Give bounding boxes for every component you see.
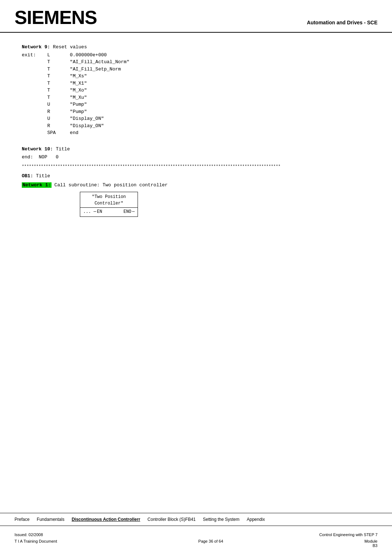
- code-line: R "Display_ON": [22, 122, 370, 130]
- code-line: U "Pump": [22, 101, 370, 108]
- network1-title: Call subroutine: Two position controller: [54, 182, 168, 188]
- code-line: T "M_Xu": [22, 94, 370, 101]
- footer-nav-appendix[interactable]: Appendix: [247, 517, 265, 522]
- footer-copyright: Control Engineering with STEP 7: [319, 532, 377, 537]
- footer-nav-discontinuous[interactable]: Discontinuous Action Controllerr: [72, 517, 140, 522]
- code-line: end: NOP 0: [22, 154, 370, 161]
- footer-nav-setting-system[interactable]: Setting the System: [203, 517, 240, 522]
- code-line: exit: L 0.000000e+000: [22, 52, 370, 59]
- footer-nav-preface[interactable]: Preface: [15, 517, 29, 522]
- code-line: R "Pump": [22, 108, 370, 116]
- fb-title-line2: Controller": [94, 201, 123, 206]
- fb-title-line1: "Two Position: [92, 194, 126, 199]
- code-line: T "AI_Fill_Setp_Norm: [22, 66, 370, 73]
- ob1-title: Title: [36, 173, 50, 179]
- network10-title: Title: [56, 146, 70, 152]
- function-block-diagram: "Two Position Controller" ... — EN ENO —: [22, 192, 370, 217]
- footer-training-doc: T I A Training Document: [15, 539, 57, 543]
- eno-pin: ENO: [123, 208, 131, 215]
- ob1-header: OB1: Title: [22, 173, 370, 180]
- header-subtitle: Automation and Drives - SCE: [307, 20, 377, 28]
- network10-label: Network 10:: [22, 146, 53, 152]
- siemens-logo: SIEMENS: [15, 7, 97, 28]
- network1-header: Network 1: Call subroutine: Two position…: [22, 182, 370, 189]
- code-line: U "Display_ON": [22, 115, 370, 122]
- en-pin: EN: [97, 208, 102, 215]
- network10-header: Network 10: Title: [22, 146, 370, 153]
- network9-label: Network 9:: [22, 44, 50, 50]
- code-line: T "M_Xs": [22, 73, 370, 80]
- network9-header: Network 9: Reset values: [22, 44, 370, 51]
- footer-nav: Preface Fundamentals Discontinuous Actio…: [0, 513, 392, 526]
- right-wire: —: [132, 208, 135, 215]
- footer-nav-controller-block[interactable]: Controller Block (S)FB41: [147, 517, 196, 522]
- network9-title: Reset values: [53, 44, 87, 50]
- code-line: T "M_Xo": [22, 87, 370, 94]
- code-line: T "AI_Fill_Actual_Norm": [22, 58, 370, 66]
- separator-line: ****************************************…: [22, 163, 370, 170]
- code-block: Network 9: Reset values exit: L 0.000000…: [22, 44, 370, 217]
- footer-page-number: Page 36 of 64: [198, 539, 223, 543]
- page-header: SIEMENS Automation and Drives - SCE: [0, 0, 392, 33]
- footer-nav-fundamentals[interactable]: Fundamentals: [37, 517, 64, 522]
- footer-bottom: T I A Training Document Page 36 of 64 Mo…: [0, 539, 392, 548]
- main-content: Network 9: Reset values exit: L 0.000000…: [0, 40, 392, 217]
- ob1-label: OB1:: [22, 173, 33, 179]
- footer-module: ModuleB3: [364, 539, 377, 548]
- code-line: SPA end: [22, 129, 370, 137]
- footer-issued: Issued: 02/2008: [15, 532, 43, 537]
- code-line: T "M_X1": [22, 80, 370, 87]
- left-wire: ... —: [83, 208, 96, 215]
- network1-label: Network 1:: [22, 182, 52, 188]
